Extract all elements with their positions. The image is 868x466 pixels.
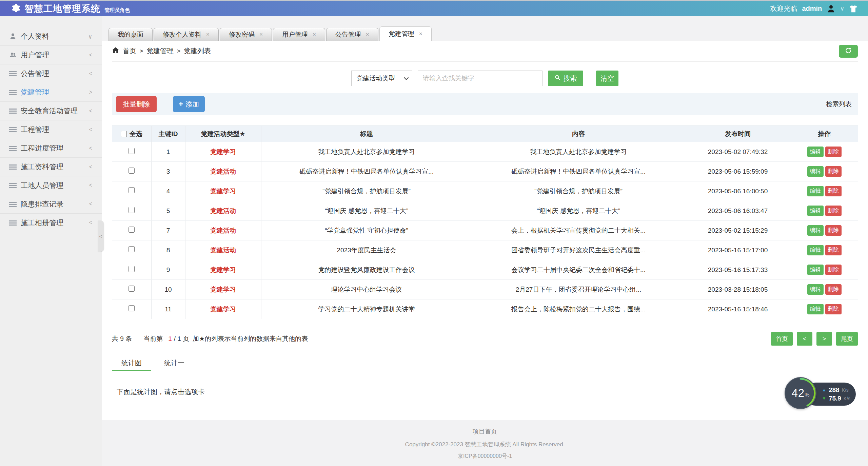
- chevron-left-icon: <: [89, 126, 92, 133]
- upload-arrow-icon: ▲: [822, 387, 826, 392]
- cell-title: 理论学习中心组学习会议: [261, 280, 472, 299]
- delete-button[interactable]: 删除: [825, 245, 842, 255]
- edit-button[interactable]: 编辑: [807, 304, 824, 314]
- users-icon: [8, 51, 17, 59]
- chevron-down-icon[interactable]: ∨: [840, 5, 844, 12]
- list-icon: [8, 90, 17, 95]
- delete-button[interactable]: 删除: [825, 166, 842, 177]
- edit-button[interactable]: 编辑: [807, 206, 824, 216]
- edit-button[interactable]: 编辑: [807, 265, 824, 275]
- tab-edit-profile[interactable]: 修改个人资料×: [154, 28, 219, 41]
- tab-label: 我的桌面: [118, 30, 143, 39]
- chevron-left-icon: <: [89, 70, 92, 77]
- delete-button[interactable]: 删除: [825, 284, 842, 295]
- row-checkbox[interactable]: [129, 227, 135, 233]
- delete-button[interactable]: 删除: [825, 206, 842, 216]
- edit-button[interactable]: 编辑: [807, 166, 824, 177]
- row-checkbox[interactable]: [129, 168, 135, 174]
- row-checkbox[interactable]: [129, 246, 135, 252]
- refresh-button[interactable]: [839, 45, 858, 58]
- close-icon[interactable]: ×: [313, 31, 316, 38]
- clear-button[interactable]: 清空: [596, 71, 618, 86]
- next-page-button[interactable]: >: [816, 332, 832, 346]
- keyword-input[interactable]: [418, 71, 542, 86]
- type-select[interactable]: 党建活动类型: [351, 71, 412, 86]
- delete-button[interactable]: 删除: [825, 147, 842, 157]
- cell-time: 2023-05-02 07:49:32: [685, 142, 791, 162]
- search-button[interactable]: 搜索: [548, 71, 583, 86]
- pagination-row: 共 9 条 当前第 1 / 1 页 加★的列表示当前列的数据来自其他的表 首页 …: [112, 332, 858, 346]
- breadcrumb-row: 首页 > 党建管理 > 党建列表: [112, 41, 858, 62]
- avatar-icon[interactable]: [827, 4, 835, 13]
- close-icon[interactable]: ×: [206, 31, 210, 38]
- prev-page-button[interactable]: <: [797, 332, 812, 346]
- delete-button[interactable]: 删除: [825, 265, 842, 275]
- chevron-left-icon: <: [89, 182, 92, 189]
- breadcrumb-home[interactable]: 首页: [123, 46, 136, 56]
- sidebar-item-hazard[interactable]: 隐患排查记录 <: [0, 195, 102, 214]
- cpu-percent-gauge[interactable]: 42 %: [785, 377, 816, 409]
- tab-change-password[interactable]: 修改密码×: [220, 28, 272, 41]
- tab-stats-one[interactable]: 统计一: [155, 355, 194, 371]
- sidebar-item-personnel[interactable]: 工地人员管理 <: [0, 176, 102, 195]
- app-header: 智慧工地管理系统 管理员角色 欢迎光临 admin ∨: [0, 0, 868, 16]
- row-checkbox[interactable]: [129, 207, 135, 213]
- sidebar-item-safety-edu[interactable]: 安全教育活动管理 <: [0, 102, 102, 120]
- sidebar-item-notice[interactable]: 公告管理 <: [0, 64, 102, 83]
- breadcrumb-level1[interactable]: 党建管理: [146, 46, 174, 56]
- tab-party-mgmt[interactable]: 党建管理×: [379, 26, 432, 41]
- sidebar-item-project[interactable]: 工程管理 <: [0, 120, 102, 139]
- edit-button[interactable]: 编辑: [807, 186, 824, 196]
- download-arrow-icon: ▼: [822, 396, 826, 401]
- chevron-left-icon: <: [89, 219, 92, 226]
- edit-button[interactable]: 编辑: [807, 245, 824, 255]
- last-page-button[interactable]: 尾页: [836, 332, 858, 346]
- tab-desktop[interactable]: 我的桌面: [108, 28, 153, 41]
- cell-content: 2月27日下午，团省委召开理论学习中心组...: [472, 280, 685, 299]
- row-checkbox[interactable]: [129, 148, 135, 154]
- edit-button[interactable]: 编辑: [807, 284, 824, 295]
- batch-delete-button[interactable]: 批量删除: [116, 96, 157, 112]
- cell-title: 学习党的二十大精神专题机关讲堂: [261, 299, 472, 319]
- table-row: 1 党建学习 我工地负责人赴北京参加党建学习 我工地负责人赴北京参加党建学习 2…: [112, 142, 858, 162]
- footer-home-link[interactable]: 项目首页: [102, 427, 868, 435]
- row-checkbox[interactable]: [129, 305, 135, 311]
- list-icon: [8, 220, 17, 226]
- sidebar-item-users[interactable]: 用户管理 <: [0, 46, 102, 64]
- close-icon[interactable]: ×: [259, 31, 263, 38]
- table-row: 4 党建学习 “党建引领合规，护航项目发展” “党建引领合规，护航项目发展” 2…: [112, 181, 858, 201]
- tab-user-mgmt[interactable]: 用户管理×: [273, 28, 325, 41]
- delete-button[interactable]: 删除: [825, 225, 842, 236]
- edit-button[interactable]: 编辑: [807, 225, 824, 236]
- table-row: 3 党建活动 砥砺奋进启新程！中铁四局各单位认真学习宣... 砥砺奋进启新程！中…: [112, 162, 858, 181]
- delete-button[interactable]: 删除: [825, 186, 842, 196]
- sidebar-item-label: 隐患排查记录: [21, 199, 89, 209]
- sidebar-item-album[interactable]: 施工相册管理 <: [0, 214, 102, 232]
- delete-button[interactable]: 删除: [825, 304, 842, 314]
- row-checkbox[interactable]: [129, 266, 135, 272]
- row-checkbox[interactable]: [129, 187, 135, 193]
- sidebar-item-party[interactable]: 党建管理 >: [0, 83, 102, 102]
- tab-bar: 我的桌面 修改个人资料× 修改密码× 用户管理× 公告管理× 党建管理×: [102, 16, 868, 41]
- search-bar: 党建活动类型 搜索 清空: [112, 62, 858, 93]
- cell-title: 党的建设暨党风廉政建设工作会议: [261, 260, 472, 280]
- close-icon[interactable]: ×: [419, 31, 422, 37]
- tab-notice-mgmt[interactable]: 公告管理×: [326, 28, 378, 41]
- select-all-checkbox[interactable]: [121, 131, 127, 137]
- first-page-button[interactable]: 首页: [771, 332, 793, 346]
- list-toolbar: 批量删除 + 添加 检索列表: [112, 93, 858, 115]
- theme-tshirt-icon[interactable]: [849, 4, 858, 13]
- sidebar-collapse-handle[interactable]: <: [98, 220, 104, 252]
- sidebar-item-progress[interactable]: 工程进度管理 <: [0, 139, 102, 158]
- edit-button[interactable]: 编辑: [807, 147, 824, 157]
- row-checkbox[interactable]: [129, 286, 135, 292]
- home-icon: [112, 46, 119, 56]
- sidebar-item-materials[interactable]: 施工资料管理 <: [0, 158, 102, 176]
- tab-stats-chart[interactable]: 统计图: [112, 355, 151, 371]
- header-op: 操作: [791, 126, 858, 142]
- add-button[interactable]: + 添加: [173, 96, 205, 112]
- cell-id: 10: [151, 280, 185, 299]
- close-icon[interactable]: ×: [366, 31, 369, 38]
- star-note: 加★的列表示当前列的数据来自其他的表: [193, 334, 308, 343]
- sidebar-item-profile[interactable]: 个人资料 ∨: [0, 27, 102, 46]
